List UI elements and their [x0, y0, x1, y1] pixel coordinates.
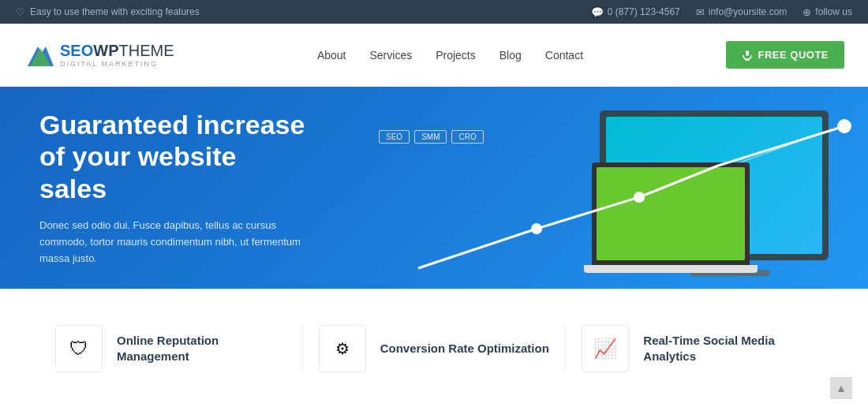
heart-icon: ♡	[16, 6, 25, 18]
microphone-icon	[742, 50, 753, 61]
social-area[interactable]: ⊕ follow us	[803, 6, 852, 18]
logo-wp: WP	[93, 42, 118, 59]
logo-icon	[24, 39, 57, 72]
card-conversion: ⚙ Conversion Rate Optimization	[302, 325, 566, 372]
top-bar-contact-area: 💬 0 (877) 123-4567 ✉ info@yoursite.com ⊕…	[591, 6, 852, 18]
phone-area[interactable]: 💬 0 (877) 123-4567	[591, 6, 680, 18]
shield-icon: 🛡	[69, 338, 88, 360]
logo-subtitle: DIGITAL MARKETING	[60, 60, 174, 68]
nav-projects[interactable]: Projects	[436, 49, 476, 62]
nav-contact[interactable]: Contact	[545, 49, 583, 62]
logo-text: SEOWPTHEME DIGITAL MARKETING	[60, 42, 174, 68]
main-nav: About Services Projects Blog Contact	[317, 49, 583, 62]
nav-services[interactable]: Services	[370, 49, 413, 62]
card-reputation-title: Online Reputation Management	[117, 333, 286, 364]
hero-description: Donec sed odio dui. Fusce dapibus, tellu…	[39, 218, 308, 267]
email-address: info@yoursite.com	[709, 6, 788, 17]
card-conversion-title: Conversion Rate Optimization	[380, 341, 549, 357]
top-bar-tagline-area: ♡ Easy to use theme with exciting featur…	[16, 6, 200, 18]
share-icon: ⊕	[803, 6, 811, 18]
free-quote-label: FREE QUOTE	[758, 49, 829, 61]
hero-content: Guaranteed increase of your website sale…	[0, 87, 347, 289]
scroll-up-button[interactable]: ▲	[830, 377, 852, 399]
top-bar: ♡ Easy to use theme with exciting featur…	[0, 0, 868, 24]
card-analytics: 📈 Real-Time Social Media Analytics	[565, 325, 829, 372]
logo-seo: SEO	[60, 42, 93, 59]
card-analytics-title: Real-Time Social Media Analytics	[643, 333, 813, 364]
free-quote-button[interactable]: FREE QUOTE	[726, 41, 844, 69]
card-conversion-text: Conversion Rate Optimization	[380, 341, 549, 357]
hero-section: Guaranteed increase of your website sale…	[0, 87, 868, 289]
hero-title: Guaranteed increase of your website sale…	[39, 109, 308, 205]
email-area[interactable]: ✉ info@yoursite.com	[696, 6, 788, 18]
laptop-base	[584, 265, 758, 273]
tagline: Easy to use theme with exciting features	[30, 6, 200, 17]
phone-icon: 💬	[591, 6, 604, 18]
card-conversion-icon-wrap: ⚙	[319, 325, 366, 372]
card-reputation: 🛡 Online Reputation Management	[39, 325, 302, 372]
svg-point-5	[531, 223, 542, 234]
email-icon: ✉	[696, 6, 705, 18]
logo-theme: THEME	[118, 42, 174, 59]
svg-rect-2	[746, 50, 749, 56]
laptop-illustration	[592, 162, 750, 273]
social-label: follow us	[815, 6, 852, 17]
settings-icon: ⚙	[335, 339, 350, 358]
svg-point-7	[837, 119, 851, 133]
hero-visual	[379, 87, 852, 289]
chart-icon: 📈	[593, 338, 617, 360]
cards-row: 🛡 Online Reputation Management ⚙ Convers…	[0, 289, 868, 407]
nav-about[interactable]: About	[317, 49, 346, 62]
phone-number: 0 (877) 123-4567	[608, 6, 680, 17]
laptop-screen-outer	[592, 162, 750, 265]
card-reputation-icon-wrap: 🛡	[55, 325, 103, 372]
laptop-screen	[597, 167, 745, 260]
card-analytics-icon-wrap: 📈	[582, 325, 629, 372]
nav-blog[interactable]: Blog	[499, 49, 522, 62]
card-reputation-text: Online Reputation Management	[117, 333, 286, 364]
logo[interactable]: SEOWPTHEME DIGITAL MARKETING	[24, 39, 174, 72]
card-analytics-text: Real-Time Social Media Analytics	[643, 333, 813, 364]
header: SEOWPTHEME DIGITAL MARKETING About Servi…	[0, 24, 868, 87]
